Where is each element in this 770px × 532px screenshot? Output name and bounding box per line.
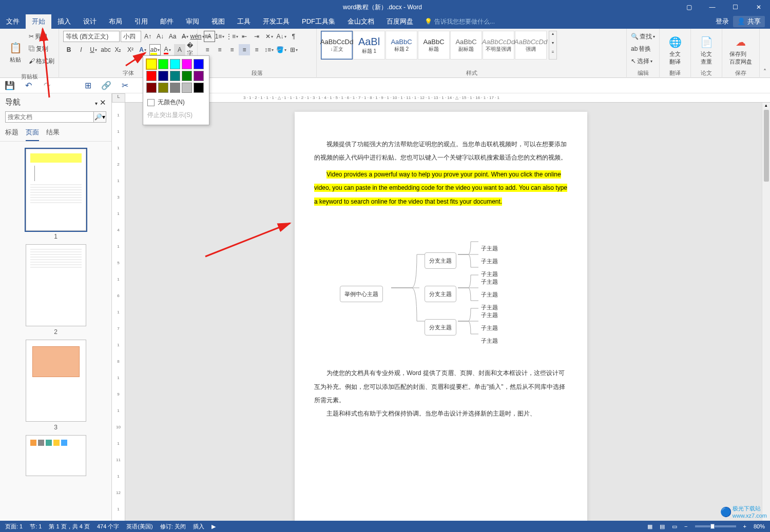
- highlight-color-button[interactable]: ab: [149, 44, 161, 55]
- save-icon[interactable]: 💾: [4, 80, 15, 91]
- superscript-icon[interactable]: X²: [125, 44, 136, 55]
- menu-jinshan[interactable]: 金山文档: [341, 14, 380, 29]
- style-scroll-down-icon[interactable]: ▾: [549, 41, 556, 50]
- text-effects-icon[interactable]: A: [137, 44, 148, 55]
- collapse-ribbon-icon[interactable]: ˄: [760, 29, 770, 77]
- status-track-changes[interactable]: 修订: 关闭: [160, 523, 186, 530]
- status-page[interactable]: 页面: 1: [5, 523, 23, 530]
- style-subtitle[interactable]: AaBbC副标题: [450, 31, 482, 60]
- style-scroll-up-icon[interactable]: ▴: [549, 31, 556, 41]
- italic-icon[interactable]: I: [75, 44, 87, 55]
- scroll-up-icon[interactable]: ▴: [762, 103, 770, 108]
- menu-design[interactable]: 设计: [77, 14, 103, 29]
- align-left-icon[interactable]: ≡: [202, 44, 213, 55]
- find-button[interactable]: 🔍 查找 ▾: [631, 31, 655, 42]
- color-blue[interactable]: [194, 59, 204, 69]
- font-size-combo[interactable]: 小四: [121, 31, 141, 42]
- paste-button[interactable]: 📋 粘贴: [4, 31, 27, 72]
- thumb-page-2[interactable]: [26, 244, 86, 326]
- align-center-icon[interactable]: ≡: [214, 44, 225, 55]
- change-case-icon[interactable]: Aa: [167, 31, 178, 42]
- thumb-page-3[interactable]: [26, 340, 86, 422]
- font-name-combo[interactable]: 等线 (西文正文): [63, 31, 120, 42]
- zoom-out-icon[interactable]: −: [684, 523, 687, 529]
- style-gallery[interactable]: AaBbCcDd↓正文 AaBl标题 1 AaBbC标题 2 AaBbC标题 A…: [321, 31, 547, 60]
- menu-review[interactable]: 审阅: [180, 14, 205, 29]
- nav-search-input[interactable]: [5, 111, 94, 123]
- thumb-page-1[interactable]: [26, 149, 86, 231]
- menu-tools[interactable]: 工具: [231, 14, 257, 29]
- nav-dropdown-icon[interactable]: ▾: [95, 101, 98, 106]
- menu-layout[interactable]: 布局: [103, 14, 128, 29]
- status-language[interactable]: 英语(美国): [126, 523, 152, 530]
- font-color-icon[interactable]: A: [162, 44, 173, 55]
- style-emphasis[interactable]: AaBbCcDd强调: [515, 31, 547, 60]
- sort-icon[interactable]: A↓: [276, 31, 287, 42]
- undo-icon[interactable]: ↶: [23, 80, 34, 91]
- line-spacing-icon[interactable]: ↕≡: [263, 44, 275, 55]
- status-macro-icon[interactable]: ▶: [211, 523, 216, 530]
- numbering-icon[interactable]: 1≡: [214, 31, 225, 42]
- login-link[interactable]: 登录: [716, 17, 729, 26]
- zoom-slider[interactable]: [695, 525, 736, 527]
- cut-button[interactable]: ✂ 剪切: [29, 31, 54, 42]
- ruler-vertical[interactable]: 1112131415161718191101111121131141151161…: [112, 103, 125, 521]
- shading-icon[interactable]: 🪣: [276, 44, 287, 55]
- scroll-thumb[interactable]: [764, 110, 769, 182]
- style-title[interactable]: AaBbC标题: [418, 31, 450, 60]
- menu-home[interactable]: 开始: [26, 14, 51, 29]
- minimize-icon[interactable]: —: [701, 0, 724, 14]
- char-shading-icon[interactable]: A: [174, 44, 185, 55]
- menu-file[interactable]: 文件: [0, 14, 26, 29]
- view-read-icon[interactable]: ▦: [647, 523, 652, 530]
- select-button[interactable]: ↖ 选择 ▾: [631, 55, 652, 67]
- distribute-icon[interactable]: ≡: [251, 44, 262, 55]
- style-heading2[interactable]: AaBbC标题 2: [386, 31, 417, 60]
- status-section[interactable]: 节: 1: [30, 523, 42, 530]
- subscript-icon[interactable]: X₂: [112, 44, 124, 55]
- color-yellow[interactable]: [146, 59, 157, 69]
- nav-tab-headings[interactable]: 标题: [5, 128, 18, 141]
- color-cyan[interactable]: [170, 59, 180, 69]
- style-normal[interactable]: AaBbCcDd↓正文: [321, 31, 353, 60]
- color-purple[interactable]: [194, 71, 204, 81]
- view-print-icon[interactable]: ▤: [660, 523, 665, 530]
- copy-button[interactable]: ⿻ 复制: [29, 43, 54, 54]
- enclosed-char-icon[interactable]: �字: [186, 44, 198, 55]
- show-marks-icon[interactable]: ¶: [288, 31, 299, 42]
- underline-icon[interactable]: U: [88, 44, 99, 55]
- align-right-icon[interactable]: ≡: [226, 44, 238, 55]
- menu-insert[interactable]: 插入: [51, 14, 77, 29]
- zoom-level[interactable]: 80%: [754, 523, 765, 529]
- color-darkblue[interactable]: [158, 71, 168, 81]
- increase-indent-icon[interactable]: ⇥: [251, 31, 262, 42]
- strikethrough-icon[interactable]: abc: [100, 44, 111, 55]
- bold-icon[interactable]: B: [63, 44, 74, 55]
- translate-button[interactable]: 🌐全文 翻译: [664, 31, 686, 68]
- menu-pdf[interactable]: PDF工具集: [296, 14, 341, 29]
- borders-icon[interactable]: ⊞: [288, 44, 299, 55]
- multilevel-list-icon[interactable]: ⋮≡: [226, 31, 238, 42]
- justify-icon[interactable]: ≡: [239, 44, 250, 55]
- style-heading1[interactable]: AaBl标题 1: [353, 31, 385, 60]
- ruler-horizontal[interactable]: 3 · 1 · 2 · 1 · 1 · 1 · △ · 1 · 1 · 1 · …: [125, 93, 770, 103]
- color-silver[interactable]: [182, 83, 192, 93]
- decrease-font-icon[interactable]: A↓: [155, 31, 166, 42]
- qat-scissors-icon[interactable]: ✂: [119, 80, 130, 91]
- nav-search-go-icon[interactable]: 🔎▾: [94, 111, 106, 123]
- color-olive[interactable]: [158, 83, 168, 93]
- color-maroon[interactable]: [146, 83, 157, 93]
- bullets-icon[interactable]: ≡: [202, 31, 213, 42]
- asian-layout-icon[interactable]: ✕: [263, 31, 275, 42]
- menu-mailings[interactable]: 邮件: [154, 14, 180, 29]
- qat-layout-icon[interactable]: ⊞: [82, 80, 93, 91]
- tell-me-search[interactable]: 💡告诉我您想要做什么...: [425, 17, 495, 26]
- increase-font-icon[interactable]: A↑: [142, 31, 153, 42]
- no-color-item[interactable]: 无颜色(N): [146, 96, 206, 109]
- status-insert-mode[interactable]: 插入: [193, 523, 204, 530]
- menu-references[interactable]: 引用: [128, 14, 154, 29]
- color-magenta[interactable]: [182, 59, 192, 69]
- save-baidu-button[interactable]: ☁保存到 百度网盘: [726, 31, 755, 68]
- format-painter-button[interactable]: 🖌 格式刷: [29, 55, 54, 67]
- color-black[interactable]: [194, 83, 204, 93]
